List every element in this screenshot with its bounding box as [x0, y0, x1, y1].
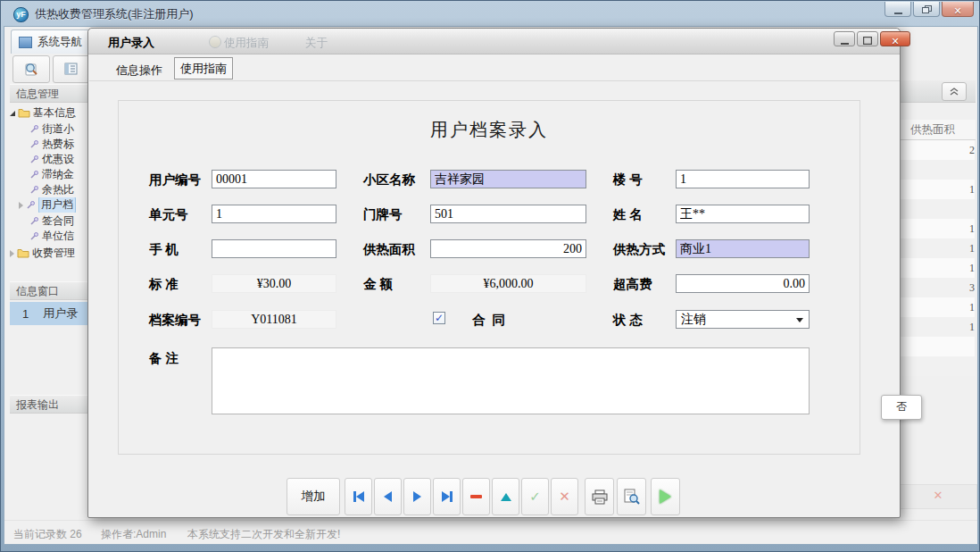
- restore-button[interactable]: [913, 2, 940, 17]
- input-over-fee[interactable]: [676, 274, 810, 293]
- triangle-up-icon: [501, 493, 511, 501]
- grid-cell: [899, 337, 975, 356]
- minimize-button[interactable]: [884, 2, 911, 17]
- tree-node-fee-mgmt[interactable]: 收费管理: [10, 246, 92, 261]
- tree-label: 热费标: [42, 137, 74, 152]
- input-community[interactable]: [430, 170, 586, 188]
- contract-checkbox[interactable]: ✓: [433, 312, 445, 324]
- tab-user-guide[interactable]: 使用指南: [174, 57, 233, 79]
- prev-record-icon: [384, 491, 392, 502]
- add-button[interactable]: 增加: [287, 478, 340, 515]
- nav-next-button[interactable]: [403, 478, 431, 515]
- expander-closed-icon[interactable]: [19, 202, 23, 209]
- minimize-icon: [894, 13, 902, 14]
- first-record-icon: [356, 491, 364, 502]
- tab-strip-divider: [89, 80, 900, 81]
- folder-icon: [18, 108, 30, 118]
- minus-icon: [470, 495, 482, 498]
- nav-first-button[interactable]: [345, 478, 372, 515]
- readonly-amount: ¥6,000.00: [430, 274, 586, 293]
- check-icon: ✓: [529, 489, 541, 505]
- input-heat-type[interactable]: [676, 239, 810, 258]
- grid-cell[interactable]: 1: [899, 258, 975, 278]
- form-title: 用户档案录入: [118, 118, 860, 142]
- grid-cell[interactable]: [899, 199, 975, 219]
- grid-column-header-area[interactable]: 供热面积: [899, 120, 976, 140]
- tool-icon: [29, 216, 39, 226]
- dialog-maximize-button[interactable]: [857, 31, 878, 46]
- status-message: 本系统支持二次开发和全新开发!: [187, 527, 340, 542]
- grid-cell: [899, 356, 975, 376]
- label-phone: 手 机: [149, 241, 179, 258]
- grid-cell[interactable]: 1: [899, 238, 975, 258]
- post-record-button[interactable]: ✓: [521, 478, 549, 515]
- system-nav-button[interactable]: 系统导航: [11, 29, 96, 54]
- label-community: 小区名称: [363, 171, 415, 188]
- grid-cell[interactable]: 1: [899, 317, 975, 337]
- dialog-title: 用户录入: [108, 35, 154, 51]
- nav-prev-button[interactable]: [374, 478, 402, 515]
- input-unit[interactable]: [212, 205, 336, 223]
- row-label: 用户录: [43, 305, 78, 322]
- close-button[interactable]: ✕: [942, 2, 974, 17]
- collapse-panel-button[interactable]: [942, 82, 967, 101]
- chevron-up-icon: [949, 87, 959, 96]
- readonly-standard: ¥30.00: [212, 274, 336, 293]
- input-area[interactable]: [430, 239, 586, 258]
- search-preview-button[interactable]: [12, 55, 50, 83]
- input-user-no[interactable]: [212, 170, 336, 188]
- cross-icon: ✕: [559, 489, 570, 505]
- report-list-button[interactable]: [53, 55, 90, 83]
- label-contract: 合同: [472, 312, 512, 329]
- tab-info-operation[interactable]: 信息操作: [116, 63, 162, 79]
- input-building[interactable]: [676, 170, 810, 188]
- tool-icon: [29, 185, 39, 195]
- dialog-close-button[interactable]: ✕: [880, 31, 910, 46]
- delete-record-button[interactable]: [462, 478, 490, 515]
- grid-cell[interactable]: 1: [899, 219, 975, 238]
- cancel-record-button[interactable]: ✕: [551, 478, 578, 515]
- add-label: 增加: [302, 489, 326, 505]
- info-window-row[interactable]: 1 用户录: [10, 302, 92, 325]
- maximize-icon: [863, 37, 872, 45]
- nav-grid-icon: [19, 37, 32, 48]
- section-header-info-window[interactable]: 信息窗口: [10, 281, 92, 300]
- close-icon: ✕: [891, 36, 899, 46]
- tool-icon: [26, 200, 36, 210]
- status-combobox[interactable]: 注销: [676, 310, 810, 329]
- tree-label: 单位信: [42, 229, 74, 244]
- close-icon: ✕: [953, 5, 961, 16]
- label-amount: 金 额: [363, 276, 393, 293]
- grid-cell[interactable]: [899, 160, 975, 180]
- print-preview-button[interactable]: [617, 478, 646, 515]
- remark-textarea[interactable]: [212, 347, 810, 414]
- section-header-report[interactable]: 报表输出: [10, 395, 92, 414]
- section-header-info-mgmt[interactable]: 信息管理: [10, 84, 92, 103]
- input-door[interactable]: [430, 205, 586, 223]
- dialog-titlebar[interactable]: 用户录入 使用指南 关于 ✕: [88, 29, 900, 54]
- ghost-guide-icon: [209, 36, 221, 48]
- grid-cell[interactable]: 1: [899, 180, 975, 199]
- grid-cell[interactable]: 3: [899, 278, 975, 297]
- play-icon: [660, 489, 671, 504]
- dialog-minimize-button[interactable]: [834, 31, 855, 46]
- execute-button[interactable]: [651, 478, 680, 515]
- label-unit: 单元号: [149, 206, 188, 223]
- status-bar: 当前记录数 26 操作者:Admin 本系统支持二次开发和全新开发!: [4, 520, 977, 545]
- tree-node-basic-info[interactable]: 基本信息: [10, 105, 92, 121]
- expander-closed-icon[interactable]: [10, 250, 14, 257]
- input-phone[interactable]: [212, 239, 336, 258]
- window-title: 供热收费管理系统(非注册用户): [35, 6, 194, 22]
- grid-cell[interactable]: 1: [899, 297, 975, 317]
- edit-record-button[interactable]: [492, 478, 519, 515]
- nav-last-button[interactable]: [433, 478, 461, 515]
- last-record-icon: [450, 491, 453, 502]
- input-name[interactable]: [676, 205, 810, 223]
- magnifier-document-icon: [23, 62, 39, 77]
- tree-label: 滞纳金: [42, 167, 74, 182]
- print-button[interactable]: [585, 478, 614, 515]
- system-nav-label: 系统导航: [37, 35, 82, 50]
- expander-open-icon[interactable]: [10, 111, 15, 116]
- grid-cell[interactable]: 2: [899, 140, 975, 160]
- print-preview-icon: [623, 489, 640, 505]
